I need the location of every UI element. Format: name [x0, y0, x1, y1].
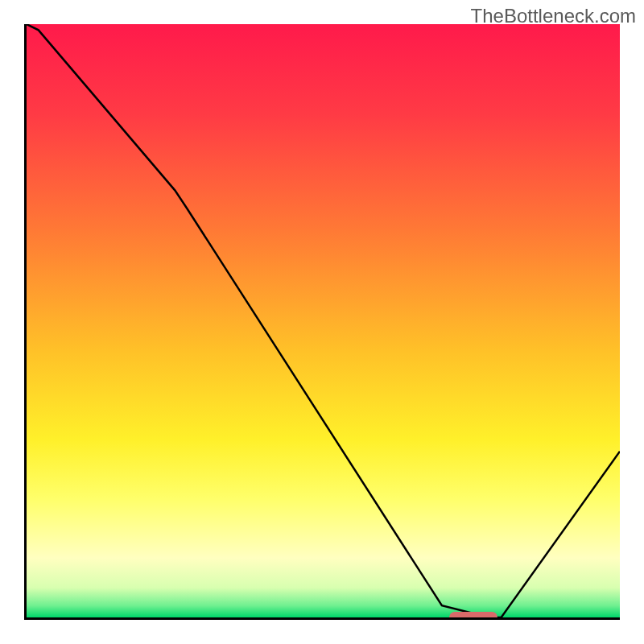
data-curve: [27, 24, 620, 617]
chart-plot-area: [24, 24, 620, 620]
optimal-range-marker: [449, 612, 497, 620]
watermark-text: TheBottleneck.com: [471, 5, 636, 27]
